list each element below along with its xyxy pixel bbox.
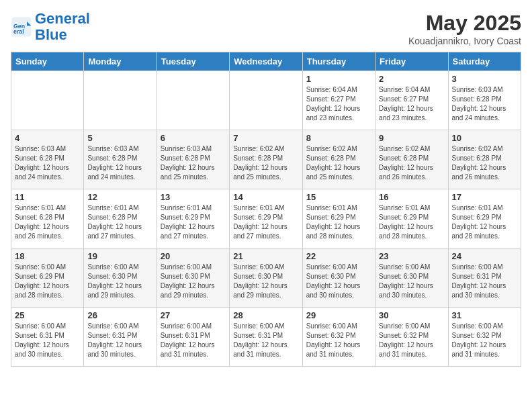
day-info: Sunrise: 6:01 AM Sunset: 6:29 PM Dayligh… <box>233 203 298 241</box>
day-info: Sunrise: 6:02 AM Sunset: 6:28 PM Dayligh… <box>233 144 298 182</box>
day-info: Sunrise: 6:00 AM Sunset: 6:31 PM Dayligh… <box>87 322 152 359</box>
day-info: Sunrise: 6:01 AM Sunset: 6:29 PM Dayligh… <box>306 203 371 241</box>
day-number: 15 <box>306 192 371 202</box>
calendar-cell: 9Sunrise: 6:02 AM Sunset: 6:28 PM Daylig… <box>375 130 448 189</box>
day-number: 27 <box>161 310 226 320</box>
day-number: 9 <box>379 133 444 143</box>
day-number: 1 <box>306 74 371 84</box>
week-row-5: 25Sunrise: 6:00 AM Sunset: 6:31 PM Dayli… <box>11 308 521 367</box>
calendar-cell: 3Sunrise: 6:03 AM Sunset: 6:28 PM Daylig… <box>448 71 521 130</box>
day-number: 14 <box>233 192 298 202</box>
day-info: Sunrise: 6:01 AM Sunset: 6:29 PM Dayligh… <box>379 203 444 241</box>
day-info: Sunrise: 6:00 AM Sunset: 6:30 PM Dayligh… <box>87 263 152 300</box>
day-info: Sunrise: 6:00 AM Sunset: 6:30 PM Dayligh… <box>161 263 226 300</box>
calendar-cell <box>157 71 229 130</box>
day-number: 30 <box>379 310 444 320</box>
day-info: Sunrise: 6:04 AM Sunset: 6:27 PM Dayligh… <box>379 85 444 123</box>
calendar-cell: 24Sunrise: 6:00 AM Sunset: 6:31 PM Dayli… <box>448 248 521 308</box>
day-info: Sunrise: 6:00 AM Sunset: 6:30 PM Dayligh… <box>306 263 371 300</box>
day-number: 19 <box>87 251 152 261</box>
location-subtitle: Kouadjannikro, Ivory Coast <box>408 36 521 46</box>
calendar-cell: 15Sunrise: 6:01 AM Sunset: 6:29 PM Dayli… <box>302 189 375 248</box>
calendar-cell: 19Sunrise: 6:00 AM Sunset: 6:30 PM Dayli… <box>84 248 157 308</box>
day-number: 17 <box>452 192 517 202</box>
day-number: 8 <box>306 133 371 143</box>
month-title: May 2025 <box>408 11 521 36</box>
calendar-cell: 11Sunrise: 6:01 AM Sunset: 6:28 PM Dayli… <box>11 189 84 248</box>
day-number: 16 <box>379 192 444 202</box>
calendar-cell: 27Sunrise: 6:00 AM Sunset: 6:31 PM Dayli… <box>157 308 229 367</box>
day-number: 28 <box>233 310 298 320</box>
calendar-cell: 28Sunrise: 6:00 AM Sunset: 6:31 PM Dayli… <box>230 308 302 367</box>
day-info: Sunrise: 6:00 AM Sunset: 6:31 PM Dayligh… <box>233 322 298 359</box>
day-number: 24 <box>452 251 517 261</box>
calendar-cell <box>84 71 157 130</box>
calendar-cell: 5Sunrise: 6:03 AM Sunset: 6:28 PM Daylig… <box>84 130 157 189</box>
day-number: 31 <box>452 310 517 320</box>
calendar-cell: 6Sunrise: 6:03 AM Sunset: 6:28 PM Daylig… <box>157 130 229 189</box>
weekday-header-thursday: Thursday <box>302 52 375 71</box>
weekday-header-sunday: Sunday <box>11 52 84 71</box>
logo: Gen eral General Blue <box>11 11 90 43</box>
calendar-cell: 25Sunrise: 6:00 AM Sunset: 6:31 PM Dayli… <box>11 308 84 367</box>
day-info: Sunrise: 6:02 AM Sunset: 6:28 PM Dayligh… <box>379 144 444 182</box>
week-row-4: 18Sunrise: 6:00 AM Sunset: 6:29 PM Dayli… <box>11 248 521 308</box>
calendar-cell: 21Sunrise: 6:00 AM Sunset: 6:30 PM Dayli… <box>230 248 302 308</box>
day-number: 5 <box>87 133 152 143</box>
day-info: Sunrise: 6:00 AM Sunset: 6:32 PM Dayligh… <box>379 322 444 359</box>
day-number: 29 <box>306 310 371 320</box>
day-number: 13 <box>161 192 226 202</box>
day-info: Sunrise: 6:01 AM Sunset: 6:29 PM Dayligh… <box>161 203 226 241</box>
day-number: 6 <box>161 133 226 143</box>
day-number: 18 <box>15 251 80 261</box>
day-info: Sunrise: 6:00 AM Sunset: 6:29 PM Dayligh… <box>15 263 80 300</box>
day-number: 23 <box>379 251 444 261</box>
calendar-cell: 30Sunrise: 6:00 AM Sunset: 6:32 PM Dayli… <box>375 308 448 367</box>
calendar-table: SundayMondayTuesdayWednesdayThursdayFrid… <box>11 52 521 367</box>
day-info: Sunrise: 6:00 AM Sunset: 6:31 PM Dayligh… <box>161 322 226 359</box>
day-info: Sunrise: 6:01 AM Sunset: 6:28 PM Dayligh… <box>15 203 80 241</box>
svg-text:eral: eral <box>13 29 24 36</box>
day-number: 20 <box>161 251 226 261</box>
day-number: 25 <box>15 310 80 320</box>
calendar-cell: 31Sunrise: 6:00 AM Sunset: 6:32 PM Dayli… <box>448 308 521 367</box>
day-number: 12 <box>87 192 152 202</box>
calendar-cell: 22Sunrise: 6:00 AM Sunset: 6:30 PM Dayli… <box>302 248 375 308</box>
page-header: Gen eral General Blue May 2025 Kouadjann… <box>11 11 521 46</box>
calendar-cell: 17Sunrise: 6:01 AM Sunset: 6:29 PM Dayli… <box>448 189 521 248</box>
day-info: Sunrise: 6:03 AM Sunset: 6:28 PM Dayligh… <box>15 144 80 182</box>
calendar-cell: 10Sunrise: 6:02 AM Sunset: 6:28 PM Dayli… <box>448 130 521 189</box>
calendar-cell: 29Sunrise: 6:00 AM Sunset: 6:32 PM Dayli… <box>302 308 375 367</box>
week-row-2: 4Sunrise: 6:03 AM Sunset: 6:28 PM Daylig… <box>11 130 521 189</box>
calendar-cell: 2Sunrise: 6:04 AM Sunset: 6:27 PM Daylig… <box>375 71 448 130</box>
day-info: Sunrise: 6:00 AM Sunset: 6:31 PM Dayligh… <box>452 263 517 300</box>
calendar-cell: 23Sunrise: 6:00 AM Sunset: 6:30 PM Dayli… <box>375 248 448 308</box>
day-info: Sunrise: 6:03 AM Sunset: 6:28 PM Dayligh… <box>452 85 517 123</box>
day-info: Sunrise: 6:03 AM Sunset: 6:28 PM Dayligh… <box>87 144 152 182</box>
day-info: Sunrise: 6:02 AM Sunset: 6:28 PM Dayligh… <box>452 144 517 182</box>
weekday-header-saturday: Saturday <box>448 52 521 71</box>
day-info: Sunrise: 6:01 AM Sunset: 6:28 PM Dayligh… <box>87 203 152 241</box>
weekday-header-friday: Friday <box>375 52 448 71</box>
weekday-header-wednesday: Wednesday <box>230 52 302 71</box>
weekday-header-row: SundayMondayTuesdayWednesdayThursdayFrid… <box>11 52 521 71</box>
calendar-cell: 12Sunrise: 6:01 AM Sunset: 6:28 PM Dayli… <box>84 189 157 248</box>
day-info: Sunrise: 6:00 AM Sunset: 6:32 PM Dayligh… <box>452 322 517 359</box>
logo-icon: Gen eral <box>11 16 32 38</box>
day-number: 26 <box>87 310 152 320</box>
calendar-cell: 14Sunrise: 6:01 AM Sunset: 6:29 PM Dayli… <box>230 189 302 248</box>
day-info: Sunrise: 6:04 AM Sunset: 6:27 PM Dayligh… <box>306 85 371 123</box>
calendar-cell: 7Sunrise: 6:02 AM Sunset: 6:28 PM Daylig… <box>230 130 302 189</box>
title-block: May 2025 Kouadjannikro, Ivory Coast <box>408 11 521 46</box>
day-info: Sunrise: 6:00 AM Sunset: 6:32 PM Dayligh… <box>306 322 371 359</box>
day-info: Sunrise: 6:02 AM Sunset: 6:28 PM Dayligh… <box>306 144 371 182</box>
calendar-cell: 26Sunrise: 6:00 AM Sunset: 6:31 PM Dayli… <box>84 308 157 367</box>
day-number: 22 <box>306 251 371 261</box>
week-row-3: 11Sunrise: 6:01 AM Sunset: 6:28 PM Dayli… <box>11 189 521 248</box>
logo-text: General Blue <box>35 11 90 43</box>
day-number: 7 <box>233 133 298 143</box>
calendar-cell <box>11 71 84 130</box>
week-row-1: 1Sunrise: 6:04 AM Sunset: 6:27 PM Daylig… <box>11 71 521 130</box>
day-number: 3 <box>452 74 517 84</box>
day-number: 10 <box>452 133 517 143</box>
